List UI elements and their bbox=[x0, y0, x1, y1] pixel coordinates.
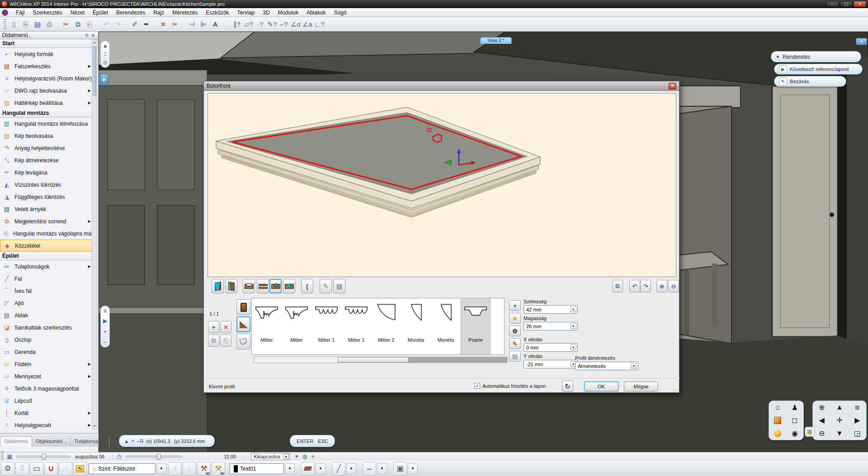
enter-key-hint[interactable]: ENTER bbox=[297, 438, 313, 444]
settings-gear-icon[interactable]: ⚙ bbox=[509, 325, 521, 336]
archline-logo-icon[interactable] bbox=[2, 9, 8, 16]
lamp-icon[interactable]: ✶ bbox=[292, 453, 301, 460]
build-3d-icon[interactable]: ⚒3D bbox=[197, 462, 211, 476]
scroll-up-icon[interactable]: ▲ bbox=[92, 40, 97, 45]
dropdown-arrow-icon[interactable]: ▼ bbox=[570, 323, 576, 329]
menu-item-4[interactable]: Berendezés bbox=[112, 8, 149, 17]
field-value-select[interactable]: 42 mm▼ bbox=[524, 305, 578, 314]
measure-pencil-icon[interactable]: ✎? bbox=[266, 19, 278, 30]
menu-item-1[interactable]: Szerkesztés bbox=[28, 8, 66, 17]
sidebar-tab-1[interactable]: Objektumkö... bbox=[32, 437, 71, 447]
save-profile-icon[interactable]: ▤ bbox=[333, 279, 345, 293]
zoom-tool-icon[interactable]: ⊙ bbox=[103, 60, 107, 66]
new-file-icon[interactable]: ▯ bbox=[8, 19, 20, 30]
clock-icon[interactable]: ◷ bbox=[115, 453, 123, 460]
zoom-in-icon[interactable]: ⊕ bbox=[656, 280, 667, 292]
walk-icon[interactable]: ♟ bbox=[786, 401, 803, 414]
pin-icon[interactable]: ⚲ bbox=[84, 33, 90, 38]
pan-left-icon[interactable]: ◀ bbox=[813, 414, 830, 427]
eyedropper-icon[interactable]: ✒ bbox=[141, 19, 152, 30]
checkbox-check-icon[interactable]: ✓ bbox=[474, 383, 480, 389]
sidebar-item[interactable]: ✂Kép levágása bbox=[0, 166, 92, 179]
sidebar-item[interactable]: ⤡Kép átméretezése bbox=[0, 154, 92, 166]
arrow-tool-icon[interactable]: ⇔ bbox=[363, 462, 376, 476]
field-value-select[interactable]: -21 mm▼ bbox=[524, 360, 578, 368]
render-button[interactable]: ▼ Renderelés bbox=[771, 51, 861, 62]
line-tool-icon[interactable]: ╱ bbox=[332, 462, 345, 476]
menu-item-0[interactable]: Fájl bbox=[12, 8, 28, 17]
sidebar-item[interactable]: ↷Anyag helyettesítése bbox=[0, 142, 92, 154]
profile-item[interactable]: Monéta bbox=[431, 298, 461, 354]
shadow-select[interactable]: Kikapcsolva ▼ bbox=[251, 453, 290, 460]
level-dropdown-icon[interactable]: ▼ bbox=[156, 463, 166, 474]
rebuild-3d-icon[interactable]: ⚒3D bbox=[212, 462, 225, 476]
measure-angle-icon[interactable]: ∠α bbox=[290, 19, 302, 30]
profile-item[interactable]: Mitter bbox=[252, 298, 282, 354]
sidebar-item[interactable]: ▱Födém▶ bbox=[0, 358, 92, 370]
layer-grid-icon[interactable]: ▦ bbox=[805, 427, 815, 437]
ruler-icon[interactable]: ⌶ bbox=[104, 51, 107, 57]
sidebar-item[interactable]: ▱Mennyezet▶ bbox=[0, 370, 92, 382]
delete-profile-icon[interactable]: ✕ bbox=[220, 321, 231, 333]
profile-item[interactable]: Mitter 1 bbox=[311, 298, 341, 354]
trim-icon[interactable]: ✂ bbox=[169, 19, 181, 30]
eraser-tool-icon[interactable] bbox=[301, 462, 315, 476]
save-icon[interactable]: ▤ bbox=[32, 19, 43, 30]
orbit-icon[interactable]: ✛ bbox=[830, 414, 848, 427]
open-file-icon[interactable]: ⎘ bbox=[20, 19, 32, 30]
favorite-icon[interactable]: ★ bbox=[509, 313, 521, 324]
time-slider[interactable] bbox=[126, 456, 182, 457]
measure-box-icon[interactable]: ▱? bbox=[243, 19, 255, 30]
ok-button[interactable]: OK bbox=[584, 382, 618, 391]
dialog-title-bar[interactable]: Bútorfront ✕ bbox=[204, 81, 679, 91]
menu-item-5[interactable]: Rajz bbox=[149, 8, 168, 17]
copy-profile-icon[interactable]: ⧉ bbox=[208, 335, 219, 347]
level-select[interactable]: ⌂ Szint: Földszint bbox=[89, 463, 156, 474]
measure-point-icon[interactable]: ∙? bbox=[255, 19, 266, 30]
eye-icon[interactable]: ◉ bbox=[786, 427, 803, 440]
sidebar-tab-2[interactable]: Tulajdonság... bbox=[71, 437, 109, 447]
sidebar-item[interactable]: ◊Tetősík 3 magasságponttal bbox=[0, 382, 92, 395]
level-down-icon[interactable]: ↓ bbox=[183, 462, 196, 476]
sidebar-item[interactable]: ▤Falszerkesztés▶ bbox=[0, 60, 92, 72]
scroll-thumb[interactable] bbox=[93, 46, 96, 96]
offset-dropdown-icon[interactable]: ▼ bbox=[408, 463, 418, 474]
north-arrow-icon[interactable]: ▲ bbox=[102, 42, 108, 49]
undo-icon[interactable]: ↶ bbox=[629, 280, 640, 292]
closed-door-icon[interactable] bbox=[212, 279, 224, 293]
profile-item[interactable]: Monéta bbox=[401, 298, 431, 354]
text-style-dropdown-icon[interactable]: ▼ bbox=[285, 463, 295, 474]
profile-item[interactable]: Mitter 2 bbox=[371, 298, 401, 354]
line-dropdown-icon[interactable]: ▼ bbox=[346, 463, 356, 474]
measure-angle2-icon[interactable]: ∠a bbox=[302, 19, 313, 30]
menu-item-7[interactable]: Eszközök bbox=[202, 8, 233, 17]
hscroll-thumb[interactable] bbox=[338, 357, 409, 363]
join-edge-icon[interactable]: ⊫ bbox=[198, 19, 209, 30]
menu-item-3[interactable]: Épület bbox=[89, 8, 112, 17]
sidebar-item[interactable]: ＋Helyiségvarázsló (Room Maker) bbox=[0, 72, 92, 85]
view-tab[interactable]: View 2 * bbox=[480, 37, 512, 44]
sidebar-item[interactable]: ≔Tulajdonságok▶ bbox=[0, 260, 92, 273]
sidebar-item[interactable]: ◪Sarokablak szerkesztés bbox=[0, 321, 92, 334]
guide-rays-icon[interactable]: ⋰ bbox=[59, 462, 72, 476]
render-sphere-icon[interactable] bbox=[769, 427, 786, 440]
profile-item[interactable]: Prairie bbox=[461, 298, 491, 354]
magnet-snap-icon[interactable]: ∪ bbox=[44, 462, 58, 476]
add-size-icon[interactable]: + bbox=[509, 300, 521, 311]
redo-icon[interactable]: ↷ bbox=[640, 280, 651, 292]
save-disk-icon[interactable]: ▤ bbox=[509, 351, 521, 362]
profile-preview-3d[interactable] bbox=[208, 93, 676, 277]
dialog-close-icon[interactable]: ✕ bbox=[669, 83, 676, 90]
calendar-image-icon[interactable]: ▦ bbox=[5, 453, 14, 460]
grid-snap-icon[interactable]: ⠿ bbox=[15, 462, 29, 476]
menu-item-2[interactable]: Nézet bbox=[66, 8, 89, 17]
redo-icon[interactable]: ↷ bbox=[112, 19, 124, 30]
settings-gear-icon[interactable]: ⚙ bbox=[1, 462, 14, 476]
cabinet-front-icon[interactable] bbox=[236, 299, 250, 315]
menu-item-10[interactable]: Modulok bbox=[274, 8, 302, 17]
pan-up-icon[interactable]: ▲ bbox=[830, 401, 848, 414]
measure-level-icon[interactable]: ∟? bbox=[313, 19, 325, 30]
zoom-out-icon[interactable]: ⊖ bbox=[813, 427, 830, 440]
esc-key-hint[interactable]: ESC bbox=[318, 438, 328, 444]
sidebar-item[interactable]: ◭Vízszintes tükrözés bbox=[0, 179, 92, 191]
